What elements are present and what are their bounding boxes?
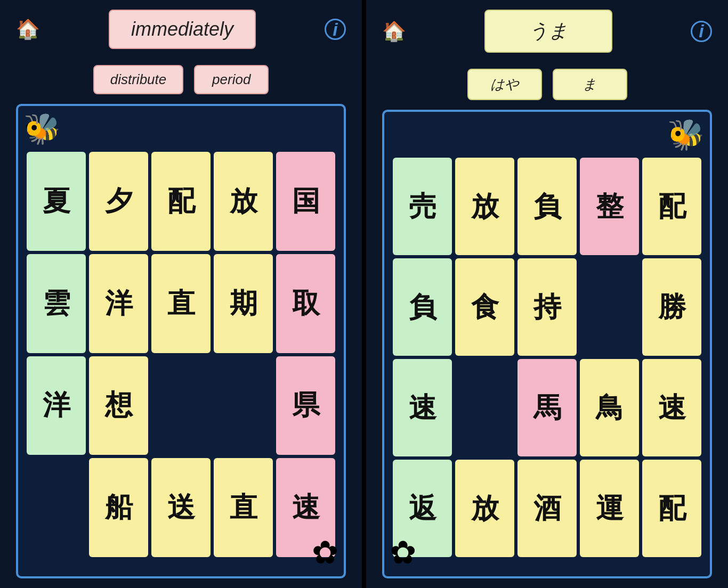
left-cell-15[interactable]: [27, 458, 86, 557]
left-cell-1[interactable]: 夕: [89, 152, 148, 251]
right-cell-0[interactable]: 売: [393, 158, 452, 255]
right-cell-14[interactable]: 速: [642, 359, 701, 456]
right-flower-icon: ✿: [390, 534, 416, 571]
left-cell-7[interactable]: 直: [151, 254, 211, 353]
left-cell-4[interactable]: 国: [276, 152, 335, 251]
right-cell-9[interactable]: 勝: [642, 258, 701, 356]
left-cell-8[interactable]: 期: [214, 254, 273, 353]
right-top-bar: 🏠 うま i: [382, 10, 712, 53]
right-info-icon[interactable]: i: [691, 21, 712, 42]
left-hint-row: distribute period: [93, 65, 269, 94]
left-flower-icon: ✿: [312, 534, 338, 571]
right-cell-16[interactable]: 放: [455, 460, 514, 557]
left-main-word[interactable]: immediately: [109, 10, 256, 49]
right-cell-1[interactable]: 放: [455, 158, 514, 255]
left-cell-14[interactable]: 県: [276, 356, 335, 455]
left-cell-11[interactable]: 想: [89, 356, 148, 455]
left-cell-5[interactable]: 雲: [27, 254, 86, 353]
left-cell-10[interactable]: 洋: [27, 356, 86, 455]
right-cell-10[interactable]: 速: [393, 359, 452, 456]
right-cell-18[interactable]: 運: [580, 460, 639, 557]
left-home-icon[interactable]: 🏠: [16, 18, 40, 40]
right-home-icon[interactable]: 🏠: [382, 20, 406, 43]
left-info-icon[interactable]: i: [325, 19, 346, 40]
right-cell-7[interactable]: 持: [517, 258, 577, 356]
left-top-bar: 🏠 immediately i: [16, 10, 346, 49]
right-cell-5[interactable]: 負: [393, 258, 452, 356]
right-cell-11[interactable]: [455, 359, 514, 456]
right-board: 🐝 売放負整配負食持勝速馬鳥速返放酒運配 ✿: [382, 110, 712, 578]
left-cell-13[interactable]: [214, 356, 273, 455]
left-hint-2[interactable]: period: [194, 65, 269, 94]
right-cell-2[interactable]: 負: [517, 158, 577, 255]
panel-divider: [362, 0, 366, 588]
left-board: 🐝 夏夕配放国雲洋直期取洋想県船送直速 ✿: [16, 104, 346, 578]
left-cell-3[interactable]: 放: [214, 152, 273, 251]
right-cell-13[interactable]: 鳥: [580, 359, 639, 456]
right-cell-12[interactable]: 馬: [517, 359, 577, 456]
left-cell-12[interactable]: [151, 356, 211, 455]
right-main-word[interactable]: うま: [484, 10, 612, 53]
right-grid: 売放負整配負食持勝速馬鳥速返放酒運配: [393, 158, 701, 557]
right-cell-8[interactable]: [580, 258, 639, 356]
right-cell-17[interactable]: 酒: [517, 460, 577, 557]
left-cell-2[interactable]: 配: [151, 152, 211, 251]
right-panel: 🏠 うま i はや ま 🐝 売放負整配負食持勝速馬鳥速返放酒運配 ✿: [366, 0, 728, 588]
left-grid: 夏夕配放国雲洋直期取洋想県船送直速: [27, 152, 335, 557]
right-hint-row: はや ま: [467, 69, 627, 100]
left-cell-16[interactable]: 船: [89, 458, 148, 557]
left-cell-0[interactable]: 夏: [27, 152, 86, 251]
right-cell-4[interactable]: 配: [642, 158, 701, 255]
left-cell-6[interactable]: 洋: [89, 254, 148, 353]
right-cell-19[interactable]: 配: [642, 460, 701, 557]
right-hint-2[interactable]: ま: [553, 69, 627, 100]
left-hint-1[interactable]: distribute: [93, 65, 184, 94]
right-hint-1[interactable]: はや: [467, 69, 542, 100]
left-bee-icon: 🐝: [23, 111, 61, 146]
left-cell-17[interactable]: 送: [151, 458, 211, 557]
right-cell-3[interactable]: 整: [580, 158, 639, 255]
right-cell-6[interactable]: 食: [455, 258, 514, 356]
left-cell-9[interactable]: 取: [276, 254, 335, 353]
right-bee-icon: 🐝: [667, 117, 705, 152]
left-cell-18[interactable]: 直: [214, 458, 273, 557]
left-panel: 🏠 immediately i distribute period 🐝 夏夕配放…: [0, 0, 362, 588]
